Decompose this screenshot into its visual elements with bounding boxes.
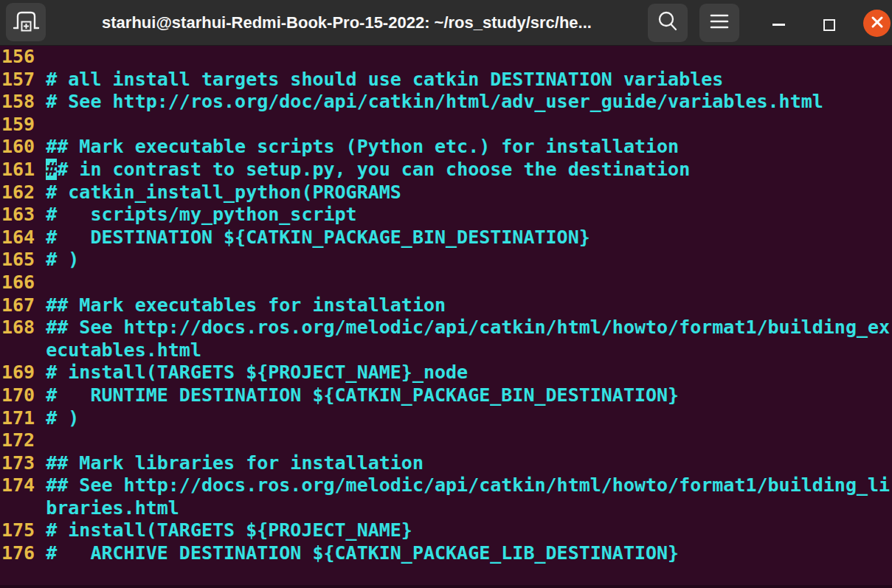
editor-row: 172	[1, 429, 892, 452]
line-text: ## Mark executables for installation	[46, 294, 446, 316]
minimize-button[interactable]	[772, 24, 785, 26]
line-text: # ARCHIVE DESTINATION ${CATKIN_PACKAGE_L…	[46, 542, 679, 564]
search-icon	[655, 9, 680, 37]
line-number: 173	[1, 452, 46, 474]
line-text: ecutables.html	[46, 339, 201, 361]
line-text: ## Mark executable scripts (Python etc.)…	[46, 136, 679, 157]
line-text: # scripts/my_python_script	[46, 204, 356, 225]
terminal-content[interactable]: 156 157 # all install targets should use…	[0, 46, 892, 588]
editor-row: 166	[1, 271, 892, 294]
line-number: 174	[1, 474, 46, 496]
line-number: 159	[1, 114, 46, 135]
line-number: 165	[1, 249, 46, 270]
editor-row: 165 # )	[1, 249, 892, 271]
editor-row: 157 # all install targets should use cat…	[1, 69, 892, 91]
editor-row: 169 # install(TARGETS ${PROJECT_NAME}_no…	[1, 362, 892, 384]
editor-row: 167 ## Mark executables for installation	[1, 294, 892, 317]
line-number: 156	[1, 46, 46, 67]
line-text: # DESTINATION ${CATKIN_PACKAGE_BIN_DESTI…	[46, 226, 590, 248]
line-number: 164	[1, 226, 46, 248]
cursor-block: #	[46, 159, 57, 180]
line-number: 169	[1, 362, 46, 383]
vim-status-line: 161,1 83%	[1, 565, 892, 588]
line-number: 176	[1, 542, 46, 564]
terminal-window: starhui@starhui-Redmi-Book-Pro-15-2022: …	[0, 0, 892, 588]
new-tab-icon	[11, 8, 41, 36]
editor-row: 163 # scripts/my_python_script	[1, 204, 892, 226]
line-text: # catkin_install_python(PROGRAMS	[46, 181, 401, 203]
line-text: ## See http://docs.ros.org/melodic/api/c…	[46, 474, 890, 496]
line-number: 158	[1, 91, 46, 112]
editor-row: 173 ## Mark libraries for installation	[1, 452, 892, 475]
line-number: 175	[1, 519, 46, 541]
line-text: # install(TARGETS ${PROJECT_NAME}_node	[46, 362, 468, 383]
maximize-button[interactable]	[823, 19, 835, 31]
line-number: 162	[1, 181, 46, 203]
search-button[interactable]	[648, 4, 688, 42]
editor-row: 156	[1, 46, 892, 69]
editor-row: 175 # install(TARGETS ${PROJECT_NAME}	[1, 519, 892, 542]
line-number: 171	[1, 407, 46, 429]
window-title: starhui@starhui-Redmi-Book-Pro-15-2022: …	[52, 0, 642, 46]
line-text: ## Mark libraries for installation	[46, 452, 423, 474]
new-tab-button[interactable]	[6, 3, 46, 41]
line-number: 163	[1, 204, 46, 225]
line-text: braries.html	[46, 497, 179, 519]
close-icon	[870, 15, 885, 32]
editor-row: 161 ## in contrast to setup.py, you can …	[1, 159, 892, 181]
editor-row: 168 ## See http://docs.ros.org/melodic/a…	[1, 317, 892, 339]
line-number	[1, 339, 46, 361]
editor-row: 164 # DESTINATION ${CATKIN_PACKAGE_BIN_D…	[1, 226, 892, 249]
line-number: 161	[1, 159, 46, 180]
line-number: 166	[1, 271, 46, 293]
line-number	[1, 497, 46, 519]
line-text: # RUNTIME DESTINATION ${CATKIN_PACKAGE_B…	[46, 384, 679, 406]
line-text: # See http://ros.org/doc/api/catkin/html…	[46, 91, 823, 112]
line-text: ## See http://docs.ros.org/melodic/api/c…	[46, 317, 890, 338]
editor-row: braries.html	[1, 497, 892, 520]
editor-row: 170 # RUNTIME DESTINATION ${CATKIN_PACKA…	[1, 384, 892, 407]
line-text: # )	[46, 407, 79, 429]
line-number: 167	[1, 294, 46, 316]
line-number: 170	[1, 384, 46, 406]
line-text: ## in contrast to setup.py, you can choo…	[46, 159, 690, 180]
hamburger-menu-icon	[708, 12, 730, 34]
editor-row: ecutables.html	[1, 339, 892, 362]
editor-row: 171 # )	[1, 407, 892, 430]
line-number: 157	[1, 69, 46, 90]
editor-rows: 156 157 # all install targets should use…	[1, 46, 892, 565]
editor-row: 160 ## Mark executable scripts (Python e…	[1, 136, 892, 159]
line-text: # install(TARGETS ${PROJECT_NAME}	[46, 519, 412, 541]
window-titlebar: starhui@starhui-Redmi-Book-Pro-15-2022: …	[0, 0, 892, 46]
line-number: 160	[1, 136, 46, 157]
editor-row: 176 # ARCHIVE DESTINATION ${CATKIN_PACKA…	[1, 542, 892, 565]
line-number: 168	[1, 317, 46, 338]
editor-row: 159	[1, 114, 892, 136]
line-number: 172	[1, 429, 46, 451]
editor-row: 158 # See http://ros.org/doc/api/catkin/…	[1, 91, 892, 114]
line-text: # )	[46, 249, 79, 270]
close-button[interactable]	[863, 10, 891, 37]
menu-button[interactable]	[699, 4, 739, 42]
editor-row: 162 # catkin_install_python(PROGRAMS	[1, 181, 892, 204]
line-text: # all install targets should use catkin …	[46, 69, 723, 90]
editor-row: 174 ## See http://docs.ros.org/melodic/a…	[1, 474, 892, 497]
